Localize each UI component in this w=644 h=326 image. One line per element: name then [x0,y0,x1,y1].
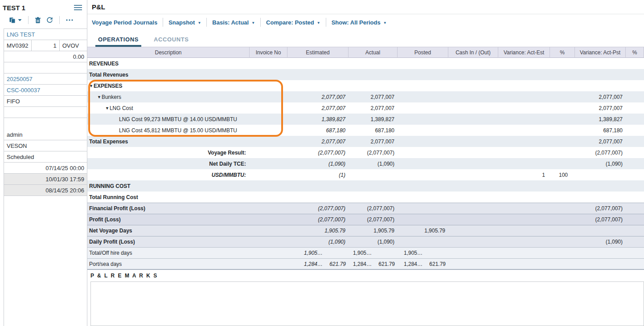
sidebar-link[interactable]: LNG TEST [4,29,87,40]
more-options-button[interactable] [63,19,76,21]
cell-actual: 1,284…621.79 [349,259,398,269]
cell-invoice-no [250,158,287,169]
cell-description: Voyage Result: [87,147,250,158]
tab-accounts[interactable]: ACCOUNTS [152,36,190,47]
cell-pct-act-pst [626,147,644,158]
table-row: LNG Cost 45,812 MMBTU @ 15.00 USD/MMBTU6… [87,125,644,136]
cell-variance-act-pst: (2,077,007) [575,147,626,158]
sidebar-link[interactable]: CSC-000037 [4,85,87,95]
sidebar-field-value[interactable]: admin [4,129,87,140]
column-header-cash-in-out-[interactable]: Cash In / (Out) [448,47,498,58]
cell-pct-act-est [550,114,575,125]
cell-pct-act-est [550,69,575,80]
sidebar-field-row [4,62,87,73]
cell-estimated: 2,077,007 [287,136,349,147]
cell-variance-act-pst [575,69,626,80]
cell-actual [349,169,398,180]
app-root: TEST 1 LNG TESTMV03921OVOV0.0020250057CS… [0,0,644,326]
tab-operations[interactable]: OPERATIONS [96,36,140,47]
cell-variance-act-est [498,192,550,203]
toolbar-button-basis-actual[interactable]: Basis: Actual▼ [212,19,255,26]
collapse-caret-icon[interactable]: ▼ [97,95,101,99]
hamburger-menu-icon[interactable] [74,4,82,11]
sidebar-field-row [4,107,87,118]
pnl-panel: P&L Voyage Period JournalsSnapshot▼Basis… [87,0,644,326]
column-header-posted[interactable]: Posted [398,47,448,58]
sidebar-field-value[interactable]: 07/14/25 00:00 [4,163,87,173]
cell-pct-act-pst [626,114,644,125]
cell-pct-act-est [550,192,575,203]
cell-description: Total Expenses [87,136,250,147]
column-header-description[interactable]: Description [87,47,250,58]
sidebar-field-value[interactable]: VESON [4,140,87,151]
cell-invoice-no [250,147,287,158]
cell-description[interactable]: ▼LNG Cost [87,102,250,114]
cell-variance-act-est [498,69,550,80]
column-header-%[interactable]: % [626,47,644,58]
collapse-caret-icon[interactable]: ▼ [105,106,109,110]
page-title: P&L [92,3,105,11]
collapse-caret-icon[interactable]: ▼ [89,84,93,88]
column-header-variance-act-est[interactable]: Variance: Act-Est [498,47,550,58]
cell-invoice-no [250,69,287,80]
delete-voyage-button[interactable] [32,17,44,24]
cell-variance-act-pst: (2,077,007) [575,214,626,225]
cell-pct-act-pst [626,214,644,225]
cell-posted [398,203,448,214]
sidebar-field-value[interactable]: 0.00 [4,51,87,62]
sidebar-field-value[interactable]: OVOV [59,40,87,51]
cell-variance-act-pst [575,248,626,258]
column-header-actual[interactable]: Actual [349,47,398,58]
cell-actual: (1,090) [349,158,398,169]
sidebar-field-value[interactable] [4,62,87,73]
cell-description[interactable]: ▼Bunkers [87,91,250,102]
sidebar-field-value[interactable]: 1 [31,40,59,51]
cell-cash-in-out [448,214,498,225]
toolbar-separator [326,18,326,27]
cell-cash-in-out [448,102,498,114]
row-label: Port/sea days [89,261,122,267]
remarks-section-label: P & L R E M A R K S [87,269,644,281]
column-header-invoice-no[interactable]: Invoice No [250,47,287,58]
cell-cash-in-out [448,125,498,136]
cell-cash-in-out [448,169,498,180]
cell-estimated: 1,905… [287,248,349,258]
cell-description: Daily Profit (Loss) [87,236,250,247]
column-header-estimated[interactable]: Estimated [287,47,349,58]
cell-estimated: (2,077,007) [287,214,349,225]
remarks-textarea[interactable] [90,281,644,326]
sidebar-field-value[interactable]: MV0392 [4,40,31,51]
cell-description[interactable]: ▼EXPENSES [87,80,250,91]
column-header-variance-act-pst[interactable]: Variance: Act-Pst [575,47,626,58]
sidebar-link[interactable]: 20250057 [4,73,87,84]
cell-actual: 2,077,007 [349,91,398,102]
cell-estimated: 1,284…621.79 [287,259,349,269]
cell-description: Financial Profit (Loss) [87,203,250,214]
toolbar-button-compare-posted[interactable]: Compare: Posted▼ [266,19,320,26]
duplicate-voyage-button[interactable] [6,17,25,24]
cell-pct-act-est [550,102,575,114]
column-header-%[interactable]: % [550,47,575,58]
cell-posted [398,169,448,180]
table-row: Net Voyage Days1,905.791,905.791,905.79 [87,225,644,236]
refresh-button[interactable] [44,17,56,24]
cell-posted [398,58,448,69]
table-row: Total Revenues [87,69,644,80]
cell-description: RUNNING COST [87,180,250,192]
sidebar-field-row: FIFO [4,96,87,107]
toolbar-button-snapshot[interactable]: Snapshot▼ [168,19,201,26]
sidebar-field-value[interactable]: FIFO [4,96,87,106]
cell-pct-act-pst [626,136,644,147]
toolbar-button-show-all-periods[interactable]: Show: All Periods▼ [332,19,387,26]
toolbar-button-voyage-period-journals[interactable]: Voyage Period Journals [92,19,157,26]
table-row: ▼Bunkers2,077,0072,077,0072,077,007 [87,91,644,102]
cell-pct-act-est [550,80,575,91]
cell-variance-act-pst [575,58,626,69]
sidebar-field-row: 20250057 [4,73,87,85]
sidebar-field-value[interactable]: Scheduled [4,151,87,162]
cell-description: LNG Cost 99,273 MMBTU @ 14.00 USD/MMBTU [87,114,250,125]
sidebar-field-value[interactable] [4,107,87,118]
sidebar-toolbar [0,13,87,27]
cell-variance-act-pst [575,192,626,203]
cell-posted: 1,905… [398,248,448,258]
